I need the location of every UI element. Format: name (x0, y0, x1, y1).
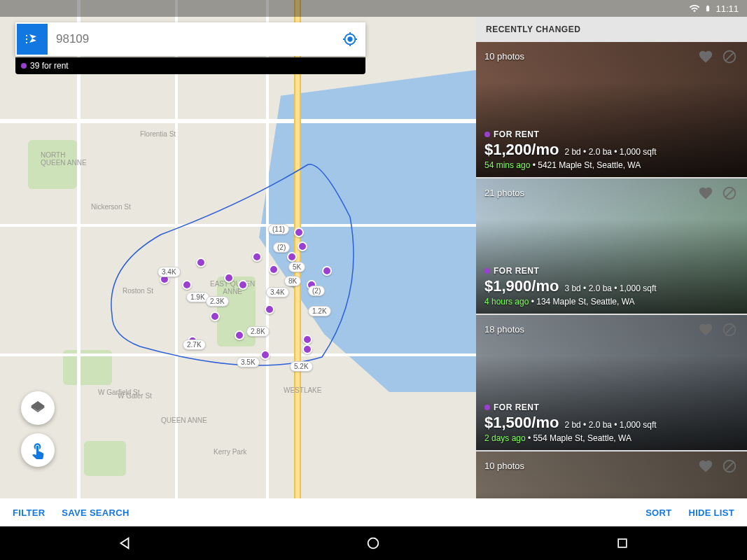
listing-card[interactable]: 10 photos FOR RENT $1,200/mo2 bd • 2.0 b… (476, 42, 747, 178)
status-dot-icon (484, 132, 490, 137)
android-navbar (0, 526, 747, 560)
heart-icon (698, 458, 713, 474)
status-dot-icon (484, 268, 490, 274)
favorite-button[interactable] (697, 48, 715, 66)
map-marker-label[interactable]: 3.5K (237, 357, 260, 368)
map-marker[interactable] (196, 258, 206, 267)
home-button[interactable] (345, 526, 401, 560)
recents-icon (615, 536, 629, 550)
listing-card[interactable]: 21 photos FOR RENT $1,900/mo3 bd • 2.0 b… (476, 178, 747, 315)
layers-button[interactable] (21, 391, 55, 425)
battery-icon (704, 3, 711, 14)
status-dot-icon (484, 405, 490, 410)
svg-point-0 (368, 538, 379, 549)
map-marker[interactable] (322, 266, 332, 276)
street-label: Kerry Park (214, 448, 246, 456)
no-icon (722, 186, 737, 201)
listing-price: $1,500/mo (484, 414, 559, 432)
street-label: Roston St (123, 287, 153, 295)
street-label: Nickerson St (91, 203, 131, 211)
listing-price: $1,200/mo (484, 141, 559, 159)
heart-icon (698, 186, 713, 201)
home-icon (365, 536, 381, 551)
sort-button[interactable]: SORT (645, 507, 671, 518)
locate-button[interactable] (335, 22, 365, 56)
map-marker-label[interactable]: 8K (284, 276, 301, 286)
menu-button[interactable] (17, 24, 48, 55)
listing-age: 2 days ago (484, 433, 526, 443)
listings-scroll[interactable]: 10 photos FOR RENT $1,200/mo2 bd • 2.0 b… (476, 42, 747, 526)
area-label: NORTH QUEEN ANNE (41, 151, 87, 167)
map-canvas[interactable]: Florentia St Roston St EAST QUEEN ANNE Q… (0, 0, 476, 526)
listing-details: 2 bd • 2.0 ba • 1,000 sqft (564, 147, 656, 157)
draw-button[interactable] (21, 433, 55, 467)
hide-button[interactable] (720, 457, 739, 475)
listing-age: 4 hours ago (484, 297, 529, 307)
area-label: EAST QUEEN ANNE (210, 280, 255, 295)
map-marker-label[interactable]: 5.2K (290, 361, 313, 372)
map-marker-label[interactable]: 2.3K (206, 296, 229, 307)
back-icon (117, 536, 132, 551)
map-marker-label[interactable]: (2) (273, 242, 290, 253)
back-button[interactable] (97, 526, 153, 560)
listings-panel: RECENTLY CHANGED 10 photos FOR RENT $1,2… (476, 17, 747, 526)
no-icon (722, 458, 737, 474)
map-marker-label[interactable]: 3.4K (158, 267, 181, 277)
map-marker-label[interactable]: (11) (268, 224, 289, 234)
map-marker[interactable] (302, 335, 312, 344)
wifi-icon (689, 3, 700, 14)
hide-button[interactable] (720, 48, 739, 66)
map-marker[interactable] (287, 252, 297, 262)
listing-details: 3 bd • 2.0 ba • 1,000 sqft (564, 284, 656, 293)
favorite-button[interactable] (697, 184, 715, 202)
map-marker[interactable] (265, 304, 274, 314)
hide-list-button[interactable]: HIDE LIST (688, 507, 734, 518)
listing-status: FOR RENT (494, 130, 539, 139)
photo-count: 21 photos (484, 188, 524, 198)
map-marker[interactable] (238, 280, 248, 290)
status-bar: 11:11 (0, 0, 747, 17)
favorite-button[interactable] (697, 321, 715, 339)
map-marker-label[interactable]: 3.4K (266, 287, 289, 298)
map-marker[interactable] (252, 252, 262, 262)
map-marker-label[interactable]: 2.7K (183, 340, 206, 350)
hide-button[interactable] (720, 321, 739, 339)
crosshair-icon (342, 31, 358, 47)
listing-status: FOR RENT (494, 402, 539, 412)
listing-age: 54 mins ago (484, 160, 530, 170)
rent-dot-icon (21, 63, 27, 69)
hand-draw-icon (29, 441, 47, 459)
map-marker-label[interactable]: 2.8K (246, 326, 270, 337)
map-marker-label[interactable]: 1.2K (308, 306, 331, 316)
svg-rect-1 (618, 539, 627, 547)
filter-button[interactable]: FILTER (13, 507, 45, 518)
street-label: Florentia St (140, 130, 176, 138)
no-icon (722, 322, 737, 337)
map-marker[interactable] (269, 265, 279, 274)
save-search-button[interactable]: SAVE SEARCH (62, 507, 129, 518)
listing-details: 2 bd • 2.0 ba • 1,000 sqft (564, 420, 656, 430)
heart-icon (698, 322, 713, 337)
listing-address: • 5421 Maple St, Seattle, WA (530, 160, 641, 170)
map-marker[interactable] (224, 273, 234, 283)
favorite-button[interactable] (697, 457, 715, 475)
listing-card[interactable]: 18 photos FOR RENT $1,500/mo2 bd • 2.0 b… (476, 315, 747, 451)
bottom-toolbar: FILTER SAVE SEARCH SORT HIDE LIST (0, 498, 747, 526)
map-marker[interactable] (302, 344, 312, 354)
clock: 11:11 (715, 4, 739, 14)
map-marker[interactable] (294, 227, 304, 237)
map-marker[interactable] (260, 350, 270, 360)
recents-button[interactable] (594, 526, 650, 560)
map-marker-label[interactable]: (2) (308, 286, 325, 296)
map-marker-label[interactable]: 5K (288, 262, 305, 272)
hide-button[interactable] (720, 184, 739, 202)
map-background: Florentia St Roston St EAST QUEEN ANNE Q… (0, 0, 476, 526)
map-marker[interactable] (235, 330, 244, 340)
map-marker[interactable] (182, 280, 192, 290)
layers-icon (29, 400, 46, 416)
listing-price: $1,900/mo (484, 277, 559, 295)
map-marker[interactable] (210, 312, 220, 321)
listing-address: • 134 Maple St, Seattle, WA (529, 297, 634, 307)
search-input[interactable] (49, 32, 335, 46)
map-marker[interactable] (298, 241, 307, 251)
